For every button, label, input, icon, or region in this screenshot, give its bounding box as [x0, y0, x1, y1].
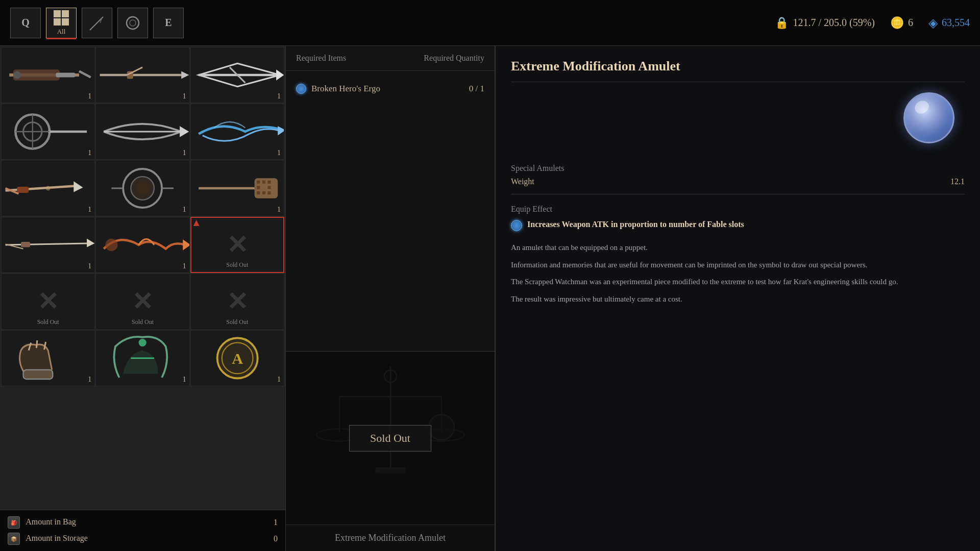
svg-marker-23	[180, 126, 189, 137]
weight-value: 12.1	[950, 177, 965, 186]
svg-point-8	[13, 71, 21, 79]
item-slot-16[interactable]: 1	[1, 330, 95, 386]
weapon-coin-img: A	[191, 331, 284, 386]
svg-point-32	[136, 182, 149, 194]
item-slot-9[interactable]: 1	[190, 160, 284, 216]
item-slot-1[interactable]: 1	[1, 47, 95, 103]
item-count-10: 1	[88, 262, 91, 270]
item-count-11: 1	[183, 262, 186, 270]
svg-rect-37	[257, 181, 260, 184]
svg-marker-24	[278, 126, 284, 135]
item-grid: 1 1 1	[0, 46, 285, 510]
weapon-blade-img	[96, 104, 189, 159]
item-count-16: 1	[88, 375, 91, 384]
svg-line-0	[90, 17, 103, 30]
gold-icon: 🪙	[890, 16, 904, 30]
tab-e[interactable]: E	[153, 8, 184, 38]
item-slot-3[interactable]: 1	[190, 47, 284, 103]
weapon-thin-img	[2, 217, 94, 272]
sold-out-label-12: Sold Out	[226, 261, 248, 269]
svg-marker-46	[87, 239, 94, 247]
ring-icon	[124, 14, 142, 32]
svg-point-3	[130, 20, 136, 26]
gold-count: 6	[908, 17, 913, 29]
svg-point-49	[106, 239, 118, 251]
weight-display: 121.7 / 205.0 (59%)	[793, 17, 875, 29]
weapon-dragon-img	[96, 217, 189, 272]
amount-in-storage-value: 0	[274, 534, 278, 543]
item-slot-12[interactable]: ✕ Sold Out	[190, 217, 284, 273]
sold-out-label-13: Sold Out	[37, 318, 59, 326]
left-panel: 1 1 1	[0, 46, 286, 551]
ergo-icon: ◈	[928, 16, 938, 30]
equip-effect-header: Equip Effect	[511, 205, 965, 214]
item-slot-6[interactable]: 1	[190, 104, 284, 160]
svg-rect-39	[267, 181, 271, 184]
gold-stat: 🪙 6	[890, 16, 913, 30]
item-slot-7[interactable]: 1	[1, 160, 95, 216]
svg-text:A: A	[232, 350, 243, 367]
item-count-6: 1	[277, 149, 281, 157]
tab-all-content: All	[54, 10, 69, 36]
amulet-image	[903, 92, 965, 154]
grid-icon	[54, 10, 69, 26]
sold-out-x-12: ✕	[227, 230, 248, 260]
item-count-1: 1	[88, 92, 91, 101]
item-slot-15[interactable]: ✕ Sold Out	[190, 273, 284, 330]
svg-line-25	[6, 186, 76, 190]
svg-rect-51	[23, 370, 53, 379]
svg-rect-47	[21, 242, 30, 247]
right-panel: Extreme Modification Amulet Special Amul…	[495, 46, 980, 551]
svg-marker-50	[183, 239, 189, 250]
svg-marker-26	[74, 181, 83, 192]
sold-out-label-15: Sold Out	[226, 318, 248, 326]
svg-line-6	[79, 71, 91, 77]
top-hud: Q All E	[0, 0, 980, 46]
item-count-18: 1	[277, 375, 281, 384]
preview-item-name: Extreme Modification Amulet	[335, 533, 446, 543]
item-slot-8[interactable]: 1	[95, 160, 189, 216]
weapon-glove-img	[2, 331, 94, 386]
sold-out-label-14: Sold Out	[132, 318, 154, 326]
item-slot-17[interactable]: 1	[95, 330, 189, 386]
requirements-header: Required Items Required Quantity	[286, 46, 495, 71]
effect-text: Increases Weapon ATK in proportion to nu…	[527, 219, 744, 230]
hud-right: 🔒 121.7 / 205.0 (59%) 🪙 6 ◈ 63,554	[775, 16, 970, 30]
amount-in-storage-label: Amount in Storage	[26, 534, 88, 542]
weight-icon: 🔒	[775, 16, 789, 30]
svg-point-2	[127, 17, 139, 29]
sword-icon	[88, 14, 106, 32]
e-icon: E	[165, 17, 172, 29]
item-count-17: 1	[183, 375, 186, 384]
req-quantity-value: 0 / 1	[469, 84, 484, 94]
item-slot-14[interactable]: ✕ Sold Out	[95, 273, 189, 330]
effect-icon	[511, 220, 522, 231]
item-slot-5[interactable]: 1	[95, 104, 189, 160]
ergo-value: 63,554	[942, 17, 970, 29]
item-count-2: 1	[183, 92, 186, 101]
svg-line-53	[36, 340, 37, 348]
weapon-sword-long-img	[96, 47, 189, 103]
item-slot-13[interactable]: ✕ Sold Out	[1, 273, 95, 330]
tab-rings[interactable]	[117, 8, 148, 38]
item-count-4: 1	[88, 149, 91, 157]
svg-rect-41	[267, 186, 271, 189]
tab-all[interactable]: All	[46, 8, 77, 38]
svg-marker-10	[181, 71, 189, 79]
weapon-circular-img	[2, 104, 94, 159]
requirement-row-1: Broken Hero's Ergo 0 / 1	[296, 79, 484, 99]
tab-swords[interactable]	[82, 8, 112, 38]
svg-rect-43	[262, 191, 265, 194]
lore-line-3: The Scrapped Watchman was an experimenta…	[511, 276, 965, 289]
item-slot-4[interactable]: 1	[1, 104, 95, 160]
tab-q[interactable]: Q	[10, 8, 41, 38]
item-detail-image	[511, 92, 965, 154]
equip-effect-row: Increases Weapon ATK in proportion to nu…	[511, 219, 965, 231]
item-slot-11[interactable]: 1	[95, 217, 189, 273]
item-slot-2[interactable]: 1	[95, 47, 189, 103]
weight-stat: 🔒 121.7 / 205.0 (59%)	[775, 16, 875, 30]
lore-line-2: Information and memories that are useful…	[511, 259, 965, 272]
req-item-name: Broken Hero's Ergo	[311, 84, 380, 94]
item-slot-10[interactable]: 1	[1, 217, 95, 273]
item-slot-18[interactable]: A 1	[190, 330, 284, 386]
